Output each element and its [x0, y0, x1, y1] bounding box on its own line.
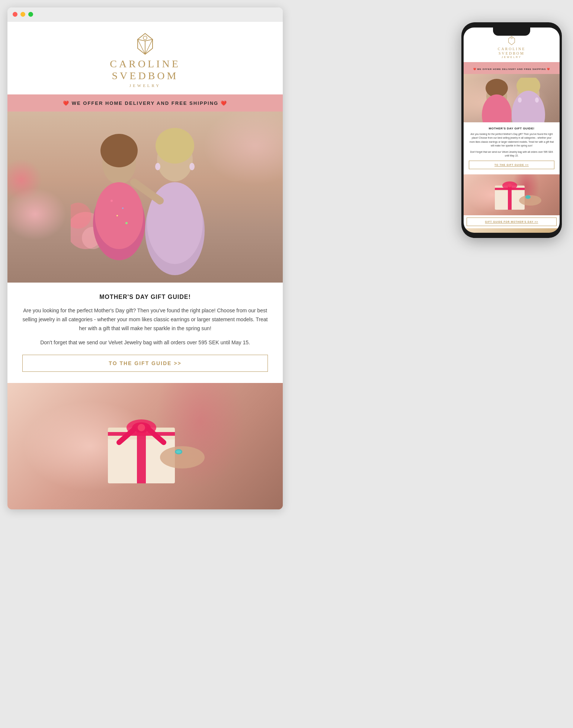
svg-point-17	[156, 128, 194, 164]
minimize-button[interactable]	[20, 12, 25, 17]
svg-point-36	[511, 37, 512, 39]
phone-cta1-button[interactable]: TO THE GIFT GUIDE >>	[469, 161, 554, 169]
svg-point-50	[508, 184, 512, 187]
phone-gift-body2: Don't forget that we send our Velvet Jew…	[469, 150, 554, 158]
hero-figures-svg	[71, 126, 220, 283]
gift-guide-body2: Don't forget that we send our Velvet Jew…	[22, 338, 268, 347]
phone-gem-icon	[508, 36, 515, 45]
phone-brand-jewelry: JEWELRY	[467, 56, 556, 58]
phone-banner-text: ❤️ WE OFFER HOME DELIVERY AND FREE SHIPP…	[473, 68, 550, 70]
phone-gift-title: MOTHER'S DAY GIFT GUIDE!	[469, 127, 554, 130]
svg-point-13	[122, 207, 124, 209]
svg-point-21	[189, 163, 195, 170]
svg-point-20	[155, 163, 160, 170]
phone-text-section: MOTHER'S DAY GIFT GUIDE! Are you looking…	[464, 122, 560, 174]
shipping-banner: ❤️ WE OFFER HOME DELIVERY AND FREE SHIPP…	[7, 94, 283, 112]
phone-screen: CAROLINE SVEDBOM JEWELRY ❤️ WE OFFER HOM…	[464, 28, 560, 233]
svg-rect-25	[137, 428, 146, 483]
svg-point-43	[518, 97, 522, 103]
text-section: MOTHER'S DAY GIFT GUIDE! Are you looking…	[7, 283, 283, 383]
phone-gift-svg	[474, 176, 549, 213]
maximize-button[interactable]	[28, 12, 33, 17]
svg-point-9	[100, 134, 138, 167]
phone-cta2-button[interactable]: GIFT GUIDE FOR MOTHER'S DAY >>	[467, 218, 557, 226]
logo-area: CAROLINE SVEDBOM JEWELRY	[7, 22, 283, 94]
email-content: CAROLINE SVEDBOM JEWELRY ❤️ WE OFFER HOM…	[7, 22, 283, 509]
phone-hero-svg	[471, 78, 553, 122]
phone-gift-image	[464, 174, 560, 215]
browser-titlebar	[7, 7, 283, 22]
svg-point-14	[116, 215, 118, 216]
gift-image	[7, 383, 283, 509]
brand-jewelry-label: JEWELRY	[15, 83, 275, 88]
gift-guide-title: MOTHER'S DAY GIFT GUIDE!	[22, 294, 268, 300]
svg-marker-35	[509, 36, 515, 45]
close-button[interactable]	[13, 12, 17, 17]
gift-guide-body: Are you looking for the perfect Mother's…	[22, 306, 268, 333]
svg-marker-2	[138, 39, 145, 54]
phone-gift-body1: Are you looking for the perfect Mother's…	[469, 132, 554, 148]
phone-brand-name2: SVEDBOM	[467, 51, 556, 56]
hero-image	[7, 112, 283, 283]
svg-point-42	[512, 91, 545, 122]
brand-name-line2: SVEDBOM	[15, 70, 275, 82]
gift-svg	[52, 390, 238, 502]
shipping-banner-text: ❤️ WE OFFER HOME DELIVERY AND FREE SHIPP…	[63, 100, 227, 106]
svg-point-12	[111, 200, 113, 202]
svg-point-11	[95, 182, 143, 249]
svg-marker-3	[145, 39, 153, 54]
gift-guide-cta[interactable]: TO THE GIFT GUIDE >>	[22, 355, 268, 372]
svg-point-4	[143, 36, 147, 40]
phone-jewelry-image	[464, 228, 560, 233]
phone-hero-image	[464, 74, 560, 122]
phone-shipping-banner: ❤️ WE OFFER HOME DELIVERY AND FREE SHIPP…	[464, 62, 560, 74]
svg-point-34	[176, 450, 181, 453]
phone-jewelry-svg	[474, 230, 549, 233]
svg-point-52	[525, 195, 531, 199]
svg-point-15	[125, 222, 128, 224]
phone-notch	[493, 28, 530, 36]
svg-point-44	[535, 97, 539, 103]
svg-point-32	[160, 446, 205, 468]
gem-icon	[136, 33, 154, 55]
svg-point-29	[138, 424, 145, 431]
brand-name: CAROLINE	[15, 58, 275, 70]
phone-brand-name: CAROLINE	[467, 47, 556, 51]
browser-window: CAROLINE SVEDBOM JEWELRY ❤️ WE OFFER HOM…	[7, 7, 283, 509]
svg-point-39	[482, 94, 512, 122]
mobile-phone: CAROLINE SVEDBOM JEWELRY ❤️ WE OFFER HOM…	[461, 22, 562, 238]
